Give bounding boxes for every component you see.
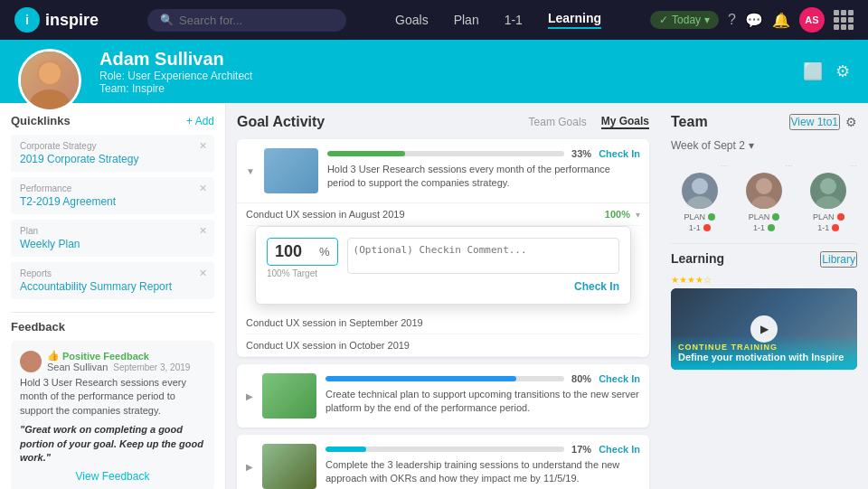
view-feedback-button[interactable]: View Feedback (20, 470, 205, 483)
goal-expand-arrow-1[interactable]: ▶ (246, 391, 253, 401)
main-layout: Quicklinks + Add Corporate Strategy 2019… (0, 103, 868, 489)
logo: i inspire (14, 7, 99, 33)
checkin-comment-input[interactable] (347, 238, 619, 274)
team-member-dots-0[interactable]: ··· (671, 161, 728, 171)
checkin-row-label-0-0: Conduct UX session in August 2019 (246, 209, 405, 220)
quicklink-plan: Plan Weekly Plan ✕ (11, 220, 214, 257)
nav-plan[interactable]: Plan (454, 13, 479, 27)
1-1-badge-0: 1-1 (671, 223, 728, 232)
goal-card-1: ▶ 80% Check In Create technical plan to … (237, 364, 649, 428)
quicklink-name-0[interactable]: 2019 Corporate Strategy (20, 153, 205, 165)
svg-point-4 (687, 196, 712, 209)
quicklink-name-2[interactable]: Weekly Plan (20, 238, 205, 250)
feedback-section: Feedback 👍 Positive Feedback Sean Sulliv… (11, 320, 214, 489)
learning-card[interactable]: ▶ CONTINUE TRAINING Define your motivati… (671, 288, 857, 370)
settings-button[interactable]: ⚙ (835, 61, 850, 81)
quicklink-close-1[interactable]: ✕ (199, 183, 207, 194)
team-title: Team (671, 114, 708, 130)
goal-progress-bar-0 (327, 151, 564, 156)
goal-checkin-btn-0[interactable]: Check In (599, 148, 640, 159)
team-settings-button[interactable]: ⚙ (845, 115, 857, 129)
learning-card-image: ▶ CONTINUE TRAINING Define your motivati… (671, 288, 857, 370)
user-team: Team: Inspire (99, 82, 252, 95)
logo-icon: i (14, 7, 40, 33)
checkin-submit-button[interactable]: Check In (574, 280, 619, 293)
week-label: Week of Sept 2 ▾ (671, 139, 857, 152)
checkin-pct-symbol: % (319, 245, 330, 259)
nav-goals[interactable]: Goals (395, 13, 429, 27)
checkin-expand-0-0[interactable]: ▾ (636, 210, 640, 220)
monitor-button[interactable]: ⬜ (803, 61, 823, 81)
goal-expand-arrow-2[interactable]: ▶ (246, 462, 253, 472)
quicklink-category-2: Plan (20, 226, 205, 236)
topbar-right: ✓ Today ▾ ? 💬 🔔 AS (650, 7, 854, 33)
goal-card-top-0: ▼ 33% Check In Hold 3 User Research sess… (237, 139, 649, 202)
topbar: i inspire 🔍 Goals Plan 1-1 Learning ✓ To… (0, 0, 868, 40)
tab-team-goals[interactable]: Team Goals (529, 115, 587, 129)
quicklink-performance: Performance T2-2019 Agreement ✕ (11, 177, 214, 214)
team-member-dots-2[interactable]: ··· (800, 161, 857, 171)
help-button[interactable]: ? (728, 12, 736, 28)
goal-progress-fill-0 (327, 151, 406, 156)
nav-learning[interactable]: Learning (548, 11, 601, 29)
quicklinks-section: Quicklinks + Add Corporate Strategy 2019… (11, 114, 214, 299)
user-avatar-top[interactable]: AS (799, 7, 825, 33)
quicklink-name-3[interactable]: Accountability Summary Report (20, 280, 205, 293)
goal-expand-arrow-0[interactable]: ▼ (246, 166, 255, 176)
quicklink-category-0: Corporate Strategy (20, 141, 205, 151)
feedback-author: Sean Sullivan (47, 362, 108, 372)
quicklink-name-1[interactable]: T2-2019 Agreement (20, 195, 205, 208)
team-members: ··· PLAN 1-1 ··· (671, 161, 857, 232)
team-member-badges-1: PLAN 1-1 (735, 212, 792, 232)
checkin-number-input[interactable] (275, 242, 316, 261)
1-1-badge-1: 1-1 (735, 223, 792, 232)
goal-progress-fill-2 (326, 447, 366, 452)
feedback-date: September 3, 2019 (113, 362, 190, 372)
nav-1-1[interactable]: 1-1 (505, 13, 523, 27)
play-button[interactable]: ▶ (750, 315, 778, 343)
quicklinks-add-button[interactable]: + Add (186, 115, 214, 127)
library-button[interactable]: Library (820, 251, 857, 268)
team-member-1: ··· PLAN 1-1 (735, 161, 792, 232)
feedback-body: Hold 3 User Research sessions every mont… (20, 376, 205, 418)
goal-image-0 (264, 148, 318, 193)
goal-progress-bar-2 (326, 447, 564, 452)
plan-badge-2: PLAN (800, 212, 857, 221)
learning-card-top: ▶ CONTINUE TRAINING Define your motivati… (671, 288, 857, 370)
goal-checkin-btn-2[interactable]: Check In (599, 444, 640, 455)
search-input[interactable] (179, 14, 334, 27)
apps-grid-button[interactable] (834, 10, 854, 30)
goal-image-2 (262, 444, 316, 489)
1-1-badge-2: 1-1 (800, 223, 857, 232)
svg-point-5 (756, 178, 772, 194)
goal-text-1: Create technical plan to support upcomin… (326, 388, 640, 416)
quicklink-category-3: Reports (20, 268, 205, 278)
user-header-actions: ⬜ ⚙ (803, 61, 850, 81)
today-button[interactable]: ✓ Today ▾ (650, 11, 719, 29)
goal-text-2: Complete the 3 leadership training sessi… (326, 458, 640, 486)
team-header: Team View 1to1 ⚙ (671, 114, 857, 130)
goal-card-top-1: ▶ 80% Check In Create technical plan to … (237, 364, 649, 428)
search-icon: 🔍 (160, 14, 174, 26)
chat-button[interactable]: 💬 (745, 12, 763, 29)
right-panel: Team View 1to1 ⚙ Week of Sept 2 ▾ ··· PL… (660, 103, 868, 489)
view-1to1-button[interactable]: View 1to1 (789, 114, 840, 130)
quicklink-close-0[interactable]: ✕ (199, 140, 207, 152)
tab-my-goals[interactable]: My Goals (601, 115, 649, 129)
feedback-header: Feedback (11, 320, 214, 334)
search-bar[interactable]: 🔍 (147, 9, 346, 32)
goal-checkin-btn-1[interactable]: Check In (599, 373, 640, 384)
goal-content-0: 33% Check In Hold 3 User Research sessio… (327, 148, 640, 193)
checkin-popup-right: Check In (347, 238, 619, 293)
team-member-dots-1[interactable]: ··· (735, 161, 792, 171)
quicklink-close-3[interactable]: ✕ (199, 268, 207, 279)
avatar-image (21, 52, 79, 109)
checkin-rows-0: Conduct UX session in August 2019 100% ▾… (237, 202, 649, 357)
plan-badge-1: PLAN (735, 212, 792, 221)
notifications-button[interactable]: 🔔 (772, 12, 790, 29)
team-member-2: ··· PLAN 1-1 (800, 161, 857, 232)
quicklinks-title: Quicklinks (11, 114, 71, 127)
checkin-value-input[interactable]: % (267, 238, 338, 266)
1-1-label-2: 1-1 (817, 223, 829, 232)
quicklink-close-2[interactable]: ✕ (199, 225, 207, 237)
